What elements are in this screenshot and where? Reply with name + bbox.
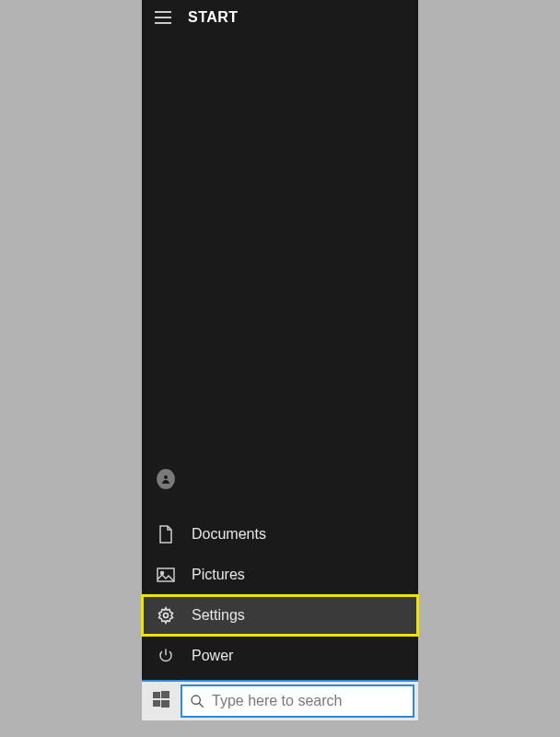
pictures-icon xyxy=(157,566,175,584)
power-label: Power xyxy=(192,648,233,664)
svg-rect-8 xyxy=(161,691,169,698)
power-button[interactable]: Power xyxy=(142,636,418,676)
hamburger-icon[interactable] xyxy=(155,11,171,24)
taskbar xyxy=(142,680,418,720)
gear-icon xyxy=(157,606,175,625)
start-title: START xyxy=(188,9,239,26)
start-empty-area xyxy=(142,35,418,459)
svg-point-6 xyxy=(164,614,169,618)
menu-divider xyxy=(142,499,418,514)
svg-rect-10 xyxy=(161,700,169,708)
start-menu-panel: START Documents Pictures xyxy=(142,0,418,720)
windows-logo-icon xyxy=(153,691,169,711)
documents-button[interactable]: Documents xyxy=(142,514,418,555)
pictures-label: Pictures xyxy=(192,567,245,583)
settings-button[interactable]: Settings xyxy=(142,595,418,636)
settings-label: Settings xyxy=(192,607,245,624)
pictures-button[interactable]: Pictures xyxy=(142,555,418,595)
search-icon xyxy=(190,694,204,708)
svg-rect-7 xyxy=(153,692,160,698)
taskbar-search[interactable] xyxy=(181,684,414,718)
document-icon xyxy=(157,525,175,544)
svg-line-12 xyxy=(199,703,204,708)
svg-point-3 xyxy=(164,475,168,479)
start-header: START xyxy=(142,0,418,35)
power-icon xyxy=(157,647,175,665)
windows-start-button[interactable] xyxy=(142,681,181,721)
svg-point-11 xyxy=(192,696,200,704)
user-account-button[interactable] xyxy=(142,459,418,499)
user-icon xyxy=(157,470,175,488)
documents-label: Documents xyxy=(192,526,266,543)
start-bottom-menu: Documents Pictures Settings Power xyxy=(142,459,418,680)
svg-rect-9 xyxy=(153,700,160,707)
search-input[interactable] xyxy=(212,693,405,709)
